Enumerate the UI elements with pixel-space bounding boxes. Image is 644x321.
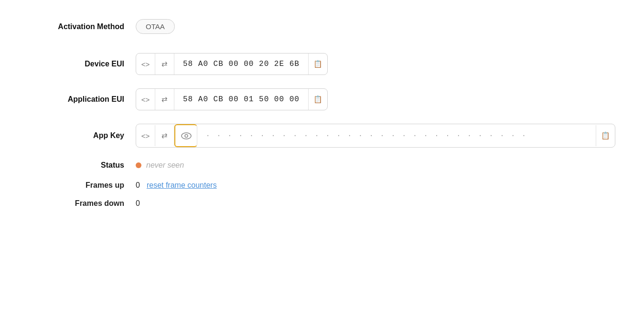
- application-eui-value: 58 A0 CB 00 01 50 00 00: [174, 90, 308, 108]
- app-key-value: · · · · · · · · · · · · · · · · · · · · …: [197, 127, 596, 144]
- app-key-box: <> ⇄ · · · · · · · · · · · · · · · · · ·…: [136, 124, 615, 148]
- frames-down-label: Frames down: [29, 199, 124, 208]
- status-label: Status: [29, 161, 124, 170]
- app-key-label: App Key: [29, 131, 124, 140]
- application-eui-swap-icon[interactable]: ⇄: [155, 89, 174, 110]
- device-eui-box: <> ⇄ 58 A0 CB 00 00 20 2E 6B 📋: [136, 53, 328, 75]
- device-eui-swap-icon[interactable]: ⇄: [155, 54, 174, 75]
- device-eui-code-icon[interactable]: <>: [136, 54, 155, 75]
- svg-point-1: [185, 134, 188, 137]
- frames-up-count: 0: [136, 181, 140, 190]
- status-value: never seen: [146, 161, 184, 170]
- frames-down-row: Frames down 0: [29, 199, 615, 208]
- device-eui-value: 58 A0 CB 00 00 20 2E 6B: [174, 55, 308, 73]
- frames-up-row: Frames up 0 reset frame counters: [29, 181, 615, 190]
- device-eui-label: Device EUI: [29, 60, 124, 68]
- activation-method-label: Activation Method: [29, 22, 124, 31]
- status-row: Status never seen: [29, 161, 615, 170]
- application-eui-label: Application EUI: [29, 95, 124, 104]
- device-eui-clipboard-icon[interactable]: 📋: [308, 54, 327, 75]
- app-key-clipboard-icon[interactable]: 📋: [596, 125, 615, 146]
- activation-method-row: Activation Method OTAA: [29, 19, 615, 34]
- application-eui-code-icon[interactable]: <>: [136, 89, 155, 110]
- frames-down-count: 0: [136, 199, 140, 208]
- app-key-code-icon[interactable]: <>: [136, 125, 155, 146]
- application-eui-clipboard-icon[interactable]: 📋: [308, 89, 327, 110]
- activation-method-value: OTAA: [136, 19, 175, 34]
- svg-point-0: [182, 133, 191, 139]
- app-key-swap-icon[interactable]: ⇄: [155, 125, 174, 146]
- frames-up-label: Frames up: [29, 181, 124, 190]
- app-key-eye-icon[interactable]: [174, 124, 197, 147]
- app-key-row: App Key <> ⇄ · · · · · · · · · · · · · ·…: [29, 124, 615, 148]
- status-dot: [136, 162, 141, 168]
- application-eui-box: <> ⇄ 58 A0 CB 00 01 50 00 00 📋: [136, 88, 328, 110]
- reset-frame-counters-link[interactable]: reset frame counters: [147, 181, 217, 190]
- application-eui-row: Application EUI <> ⇄ 58 A0 CB 00 01 50 0…: [29, 88, 615, 110]
- device-eui-row: Device EUI <> ⇄ 58 A0 CB 00 00 20 2E 6B …: [29, 53, 615, 75]
